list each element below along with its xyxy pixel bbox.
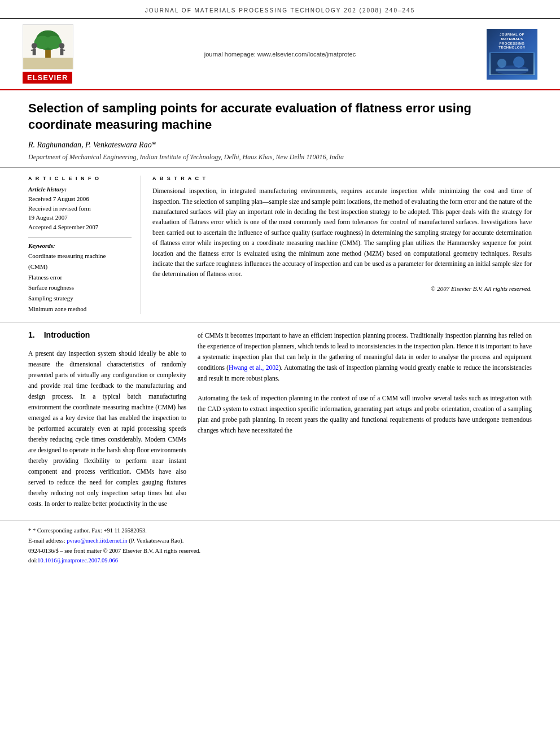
article-info-label: A R T I C L E I N F O (28, 176, 132, 181)
corresponding-note: * * Corresponding author. Fax: +91 11 26… (28, 526, 532, 536)
doi-label: doi: (28, 557, 37, 563)
history-label: Article history: (28, 186, 132, 193)
article-title: Selection of sampling points for accurat… (28, 101, 532, 133)
page-footer: * * Corresponding author. Fax: +91 11 26… (0, 521, 560, 570)
svg-rect-11 (62, 50, 65, 51)
affiliation: Department of Mechanical Engineering, In… (28, 153, 532, 161)
svg-point-15 (513, 56, 524, 68)
keywords-label: Keywords: (28, 242, 132, 249)
section-1-right-text: of CMMs it becomes important to have an … (198, 330, 532, 384)
svg-rect-7 (33, 49, 36, 55)
copyright-line: © 2007 Elsevier B.V. All rights reserved… (152, 285, 532, 292)
homepage-url: www.elsevier.com/locate/jmatprotec (257, 51, 356, 58)
keyword-1: Coordinate measuring machine(CMM) (28, 251, 132, 272)
col-left: 1. Introduction A present day inspection… (28, 330, 186, 509)
keyword-5: Minimum zone method (28, 304, 132, 314)
banner-row: ELSEVIER journal homepage: www.elsevier.… (0, 19, 560, 90)
doi-line: doi:10.1016/j.jmatprotec.2007.09.066 (28, 556, 532, 566)
svg-point-5 (45, 36, 62, 49)
section-1-left-text: A present day inspection system should i… (28, 348, 186, 509)
received-revised-label: Received in revised form (28, 204, 132, 213)
svg-point-9 (59, 43, 65, 49)
license-line: 0924-0136/$ – see front matter © 2007 El… (28, 546, 532, 556)
accepted-date: Accepted 4 September 2007 (28, 222, 132, 232)
homepage-prefix: journal homepage: (204, 51, 256, 58)
abstract-section: A B S T R A C T Dimensional inspection, … (152, 176, 532, 314)
svg-rect-1 (23, 58, 73, 69)
svg-rect-16 (496, 69, 528, 71)
elsevier-tree-icon (23, 24, 73, 69)
corresponding-star: * (28, 527, 33, 534)
section-1-right-text-2: Automating the task of inspection planni… (198, 393, 532, 436)
received-revised-date: 19 August 2007 (28, 213, 132, 222)
abstract-text: Dimensional inspection, in integrated ma… (152, 186, 532, 279)
section-1-heading: Introduction (44, 330, 90, 339)
corresponding-text: * Corresponding author. Fax: +91 11 2658… (33, 527, 147, 534)
journal-header: Journal of Materials Processing Technolo… (0, 0, 560, 19)
received-date: Received 7 August 2006 (28, 194, 132, 204)
email-person: (P. Venkateswara Rao). (129, 538, 183, 544)
elsevier-logo: ELSEVIER (23, 24, 73, 84)
cover-image (489, 53, 535, 75)
section-1-number: 1. (28, 330, 35, 339)
doi-link[interactable]: 10.1016/j.jmatprotec.2007.09.066 (37, 557, 118, 563)
keyword-4: Sampling strategy (28, 293, 132, 304)
history-subsection: Article history: Received 7 August 2006 … (28, 186, 132, 231)
elsevier-wordmark: ELSEVIER (23, 72, 72, 84)
keywords-section: Keywords: Coordinate measuring machine(C… (28, 237, 132, 314)
journal-homepage: journal homepage: www.elsevier.com/locat… (204, 51, 356, 58)
keyword-3: Surface roughness (28, 282, 132, 293)
email-label: E-mail address: (28, 538, 65, 544)
email-link[interactable]: pvrao@mech.iitd.ernet.in (67, 538, 127, 544)
svg-rect-10 (60, 49, 63, 55)
main-body: 1. Introduction A present day inspection… (0, 322, 560, 509)
svg-point-14 (497, 59, 506, 68)
journal-cover-thumbnail: JOURNAL OF MATERIALSPROCESSINGTECHNOLOGY (487, 29, 537, 80)
cover-title: JOURNAL OF MATERIALSPROCESSINGTECHNOLOGY (489, 33, 535, 50)
col-right: of CMMs it becomes important to have an … (198, 330, 532, 509)
svg-rect-8 (31, 50, 34, 51)
journal-name-top: Journal of Materials Processing Technolo… (145, 7, 415, 14)
article-title-area: Selection of sampling points for accurat… (0, 90, 560, 168)
abstract-label: A B S T R A C T (152, 176, 532, 181)
hwang-ref-link[interactable]: Hwang et al., 2002 (229, 364, 279, 371)
svg-point-6 (32, 43, 37, 49)
article-info: A R T I C L E I N F O Article history: R… (28, 176, 141, 314)
email-line: E-mail address: pvrao@mech.iitd.ernet.in… (28, 536, 532, 546)
authors: R. Raghunandan, P. Venkateswara Rao* (28, 141, 532, 150)
keyword-2: Flatness error (28, 272, 132, 283)
info-abstract-row: A R T I C L E I N F O Article history: R… (0, 168, 560, 322)
page-wrapper: Journal of Materials Processing Technolo… (0, 0, 560, 747)
